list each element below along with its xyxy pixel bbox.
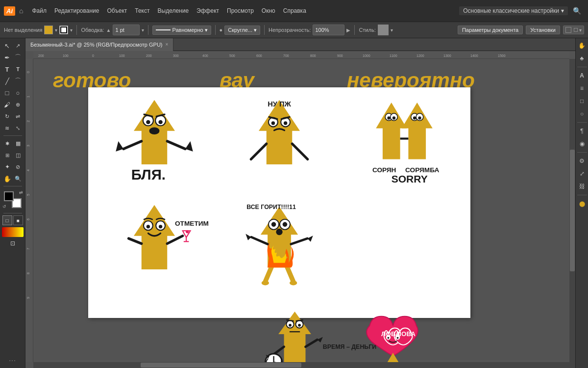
selection-tool[interactable]: ↖ — [2, 40, 13, 51]
rectangle-tool[interactable]: □ — [2, 87, 13, 98]
arrange-dropdown[interactable]: ▾ — [563, 26, 584, 34]
svg-point-57 — [387, 116, 390, 119]
arc-tool[interactable]: ⌒ — [13, 76, 24, 86]
svg-text:700: 700 — [283, 54, 289, 57]
stroke-style-dropdown[interactable]: Равномерно ▾ — [152, 26, 211, 35]
home-icon[interactable]: ⌂ — [19, 7, 23, 15]
right-circle2-icon[interactable]: ◉ — [577, 138, 588, 149]
right-palette-icon[interactable]: ⬤ — [577, 198, 588, 209]
stroke-value: 1 pt — [115, 27, 124, 33]
fill-swatch[interactable] — [44, 26, 53, 34]
right-type-icon[interactable]: A — [577, 70, 588, 81]
swap-colors-icon[interactable]: ⇄ — [19, 190, 23, 195]
style-swatch[interactable] — [378, 25, 389, 35]
main-area: ↖ ↗ ✒ ⌒ T T ╱ ⌒ □ ○ 🖌 ⊕ ↻ ⇌ — [0, 38, 588, 368]
column-graph-tool[interactable]: ▦ — [13, 138, 24, 149]
scrollbar-thumb-h[interactable] — [141, 363, 301, 368]
right-clubs-icon[interactable]: ♣ — [577, 53, 588, 64]
paintbrush-tool[interactable]: 🖌 — [2, 99, 13, 110]
menu-help[interactable]: Справка — [280, 6, 309, 15]
symbol-tool[interactable]: ✱ — [2, 138, 13, 149]
menu-window[interactable]: Окно — [259, 6, 278, 15]
blob-brush-tool[interactable]: ⊕ — [13, 99, 24, 110]
tab-bar: Безымянный-3.ai* @ 25% (RGB/Предпросмотр… — [25, 38, 575, 51]
reset-colors-icon[interactable]: ↺ — [2, 204, 6, 209]
svg-line-72 — [168, 236, 183, 244]
right-square-icon[interactable]: □ — [577, 96, 588, 106]
opacity-chevron-icon[interactable]: ▶ — [346, 27, 350, 33]
stroke-swatch[interactable] — [59, 26, 68, 34]
svg-point-71 — [159, 225, 162, 228]
style-label: Стиль: — [359, 27, 375, 33]
warp-tool[interactable]: ≋ — [2, 123, 13, 133]
curvature-tool[interactable]: ⌒ — [13, 52, 24, 63]
svg-rect-19 — [25, 59, 33, 362]
eyedropper-tool[interactable]: ✦ — [2, 161, 13, 172]
sticker-sorry-svg: СОРЯН СОРЯМБА SORRY — [350, 92, 458, 195]
normal-view-btn[interactable]: □ — [2, 215, 12, 225]
document-tab[interactable]: Безымянный-3.ai* @ 25% (RGB/Предпросмотр… — [25, 38, 173, 51]
tab-close-button[interactable]: × — [166, 42, 169, 47]
type-tool[interactable]: T — [2, 64, 13, 75]
right-paragraph-icon[interactable]: ¶ — [577, 126, 588, 136]
svg-text:7: 7 — [26, 248, 30, 250]
sticker-fire: ВСЕ ГОРИТ!!!!11 — [218, 197, 341, 300]
menu-select[interactable]: Выделение — [155, 6, 192, 15]
menu-view[interactable]: Просмотр — [224, 6, 257, 15]
menu-file[interactable]: Файл — [29, 6, 49, 15]
style-chevron-icon[interactable]: ▾ — [391, 27, 393, 33]
stroke-up-icon[interactable]: ▲ — [106, 27, 111, 33]
sticker-celebrate-svg: ОТМЕТИМ? — [100, 197, 208, 300]
line-tool[interactable]: ╱ — [2, 76, 13, 86]
menu-effect[interactable]: Эффект — [194, 6, 222, 15]
right-circle-icon[interactable]: ○ — [577, 108, 588, 119]
canvas-scroll-area[interactable]: готово вау невероятно — [33, 59, 569, 362]
search-icon[interactable]: 🔍 — [570, 6, 584, 16]
reflect-tool[interactable]: ⇌ — [13, 111, 24, 122]
workspace-selector[interactable]: Основные классические настройки ▾ — [459, 6, 568, 15]
stroke-input[interactable]: 1 pt — [113, 25, 140, 35]
scale-tool[interactable]: ⤡ — [13, 123, 24, 133]
corner-label: Скругле... — [228, 27, 252, 33]
rotate-tool[interactable]: ↻ — [2, 111, 13, 122]
settings-button[interactable]: Установки — [526, 26, 560, 34]
right-align-icon[interactable]: ≡ — [577, 83, 588, 94]
corner-dropdown[interactable]: Скругле... ▾ — [224, 26, 260, 35]
scrollbar-horizontal[interactable] — [33, 362, 569, 368]
outline-view-btn[interactable]: ■ — [13, 215, 23, 225]
opacity-input[interactable]: 100% — [313, 25, 344, 35]
edit-document-btn[interactable]: ⊡ — [2, 239, 24, 248]
svg-text:1000: 1000 — [363, 54, 370, 57]
svg-text:100: 100 — [63, 54, 69, 57]
menu-object[interactable]: Объект — [104, 6, 130, 15]
scrollbar-thumb-v[interactable] — [570, 150, 575, 271]
pen-tool[interactable]: ✒ — [2, 52, 13, 63]
gradient-tool[interactable]: ◫ — [13, 150, 24, 160]
right-expand-icon[interactable]: ⤢ — [577, 168, 588, 179]
sticker-time-love-svg: ВРЕМЯ – ДЕНЬГИ — [244, 302, 440, 362]
chevron-down-icon: ▾ — [561, 7, 564, 14]
chevron-down-icon-2[interactable]: ▾ — [70, 27, 73, 33]
right-settings-icon[interactable]: ⚙ — [577, 156, 588, 166]
color-mode-indicator[interactable] — [2, 227, 24, 237]
right-link-icon[interactable]: ⛓ — [577, 181, 588, 192]
chevron-down-icon[interactable]: ▾ — [55, 27, 57, 33]
vertical-type-tool[interactable]: T — [13, 64, 24, 75]
hand-tool[interactable]: ✋ — [2, 173, 13, 184]
direct-selection-tool[interactable]: ↗ — [13, 40, 24, 51]
svg-line-79 — [265, 265, 272, 281]
chevron-down-icon-3[interactable]: ▾ — [142, 27, 144, 33]
svg-text:6: 6 — [26, 218, 30, 220]
doc-params-button[interactable]: Параметры документа — [458, 26, 523, 34]
scrollbar-vertical[interactable] — [569, 59, 575, 362]
menu-text[interactable]: Текст — [132, 6, 152, 15]
right-hand-tool[interactable]: ✋ — [577, 40, 588, 51]
menu-edit[interactable]: Редактирование — [51, 6, 102, 15]
ellipse-tool[interactable]: ○ — [13, 87, 24, 98]
paint-bucket-tool[interactable]: ⊘ — [13, 161, 24, 172]
mesh-tool[interactable]: ⊞ — [2, 150, 13, 160]
foreground-color-swatch[interactable] — [4, 191, 14, 201]
zoom-tool[interactable]: 🔍 — [13, 173, 24, 184]
sticker-time-love: ВРЕМЯ – ДЕНЬГИ — [218, 302, 466, 362]
more-tools[interactable]: ··· — [9, 356, 16, 364]
